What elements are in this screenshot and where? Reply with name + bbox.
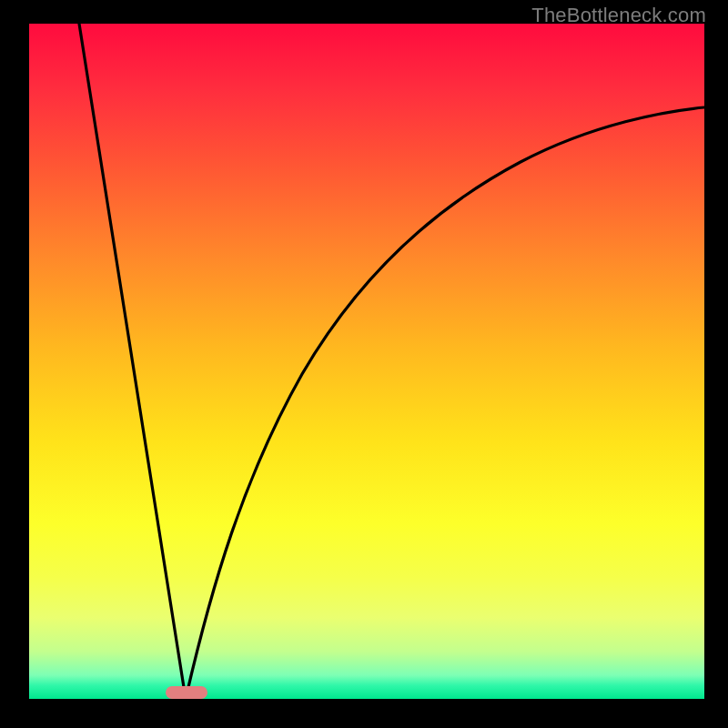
bottleneck-curve <box>29 24 704 699</box>
plot-area <box>29 24 704 699</box>
optimal-marker <box>166 686 207 699</box>
chart-frame: TheBottleneck.com <box>0 0 728 728</box>
watermark-text: TheBottleneck.com <box>531 4 706 27</box>
